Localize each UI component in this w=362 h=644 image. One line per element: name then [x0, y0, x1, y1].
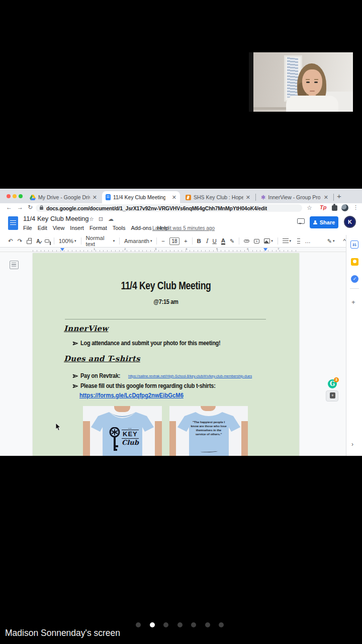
zoom-select[interactable]: 100%▾: [59, 238, 76, 244]
highlight-pen-icon[interactable]: ✎: [230, 238, 234, 245]
more-toolbar-icon[interactable]: …: [305, 238, 311, 244]
tab-my-drive[interactable]: My Drive - Google Drive ✕: [26, 191, 101, 203]
docs-canvas: 1 2 3 4 5 6 7 11/4 Key Club Meeting @7:1…: [0, 248, 346, 456]
font-select[interactable]: Amaranth▾: [124, 238, 152, 244]
address-bar[interactable]: docs.google.com/document/d/1_JsrX17v92nv…: [36, 204, 302, 212]
ruler-number: 6: [247, 248, 248, 251]
tab-shs-key-club[interactable]: SHS Key Club : Hope Clinic Th ✕: [182, 191, 254, 203]
italic-button[interactable]: I: [206, 237, 208, 245]
bookmark-star-icon[interactable]: ☆: [307, 204, 312, 211]
line-spacing-icon[interactable]: [296, 238, 300, 244]
font-size-increase[interactable]: +: [184, 238, 188, 244]
font-size-field[interactable]: 18: [169, 237, 179, 245]
bold-button[interactable]: B: [197, 238, 201, 244]
menu-addons[interactable]: Add-ons: [131, 225, 151, 231]
google-docs-logo[interactable]: [8, 216, 18, 230]
menu-edit[interactable]: Edit: [38, 225, 47, 231]
tab-title: 11/4 Key Club Meeting - Goog: [113, 194, 165, 200]
text-color-button[interactable]: A: [221, 238, 225, 245]
paint-format-icon[interactable]: [45, 239, 49, 243]
page-dot-1[interactable]: [136, 622, 141, 627]
screen-share-label: Madison Sonnenday's screen: [5, 628, 120, 638]
browser-menu-icon[interactable]: ⋮: [353, 204, 358, 211]
logo-key-text: KEY: [122, 430, 139, 439]
menu-file[interactable]: File: [23, 225, 32, 231]
google-keep-icon[interactable]: [351, 258, 358, 266]
grammarly-icon[interactable]: G 3: [328, 379, 337, 388]
right-margin-marker[interactable]: [263, 248, 267, 253]
document-outline-icon[interactable]: [10, 261, 19, 269]
reload-icon[interactable]: ↻: [28, 204, 33, 211]
https-lock-icon[interactable]: [40, 207, 43, 210]
font-size-decrease[interactable]: −: [161, 238, 165, 244]
account-avatar[interactable]: K: [344, 216, 356, 228]
indent-marker[interactable]: [60, 248, 64, 253]
bullet-revtrak: Pay on Revtrak: https://saline.revtrak.n…: [72, 372, 252, 379]
menu-format[interactable]: Format: [89, 225, 107, 231]
insert-image-button[interactable]: ▾: [264, 238, 273, 244]
print-icon[interactable]: [27, 240, 32, 244]
mac-zoom-button[interactable]: [19, 194, 23, 198]
forms-link[interactable]: https://forms.gle/LcDqfpg2nwEibGcM6: [79, 392, 184, 399]
comments-icon[interactable]: [297, 218, 305, 224]
revtrak-link[interactable]: https://saline.revtrak.net/High-School-8…: [128, 374, 252, 378]
underline-button[interactable]: U: [212, 238, 216, 244]
google-tasks-icon[interactable]: ✓: [351, 275, 358, 283]
google-calendar-icon[interactable]: 31: [350, 240, 358, 249]
insert-link-icon[interactable]: [244, 239, 249, 243]
page-dot-4[interactable]: [177, 622, 183, 627]
undo-icon[interactable]: ↶: [8, 237, 13, 245]
align-button[interactable]: ▾: [283, 238, 292, 244]
menu-tools[interactable]: Tools: [113, 225, 126, 231]
tab-close-icon[interactable]: ✕: [246, 194, 250, 201]
redo-icon[interactable]: ↷: [18, 237, 23, 245]
tab-close-icon[interactable]: ✕: [93, 194, 97, 201]
star-document-icon[interactable]: ☆: [89, 216, 94, 222]
extension-tp-icon[interactable]: Tp: [320, 204, 326, 210]
participant-eye: [314, 82, 318, 83]
tab-innerview[interactable]: ✻ InnerView - Group Profile - Ka ✕: [257, 191, 332, 203]
participant-eye: [306, 82, 310, 83]
browser-profile-avatar[interactable]: [341, 204, 348, 211]
spellcheck-icon[interactable]: A✓: [36, 238, 40, 244]
tab-separator: [333, 194, 334, 201]
insert-comment-icon[interactable]: +: [254, 239, 259, 244]
tshirt-front-image[interactable]: ▪▪▪ KEY Club: [83, 406, 162, 456]
webcam-video[interactable]: [249, 52, 353, 112]
page-dot-5[interactable]: [191, 622, 196, 627]
addon-shortcut-button[interactable]: [326, 390, 338, 401]
menu-view[interactable]: View: [53, 225, 65, 231]
extensions-puzzle-icon[interactable]: [332, 205, 337, 211]
new-tab-button[interactable]: +: [337, 192, 341, 200]
tab-close-icon[interactable]: ✕: [324, 194, 328, 201]
ruler-number: 1: [94, 248, 95, 251]
participant-hoodie: [286, 96, 338, 112]
share-button[interactable]: Share: [310, 216, 338, 228]
tab-title: InnerView - Group Profile - Ka: [268, 194, 320, 200]
last-edit-status[interactable]: Last edit was 5 minutes ago: [152, 225, 215, 231]
paragraph-style-select[interactable]: Normal text▾: [85, 235, 115, 247]
page-dot-3[interactable]: [163, 622, 168, 627]
add-addon-icon[interactable]: +: [351, 298, 355, 306]
participant-mouth: [310, 91, 315, 92]
tshirt-back-image[interactable]: "The happiest people I know are those wh…: [169, 406, 248, 456]
cloud-status-icon[interactable]: ☁: [108, 216, 114, 222]
back-icon[interactable]: ←: [6, 204, 12, 211]
menu-insert[interactable]: Insert: [70, 225, 84, 231]
google-drive-icon: [30, 195, 36, 200]
move-folder-icon[interactable]: ⊡: [99, 216, 103, 222]
mac-minimize-button[interactable]: [13, 194, 17, 198]
page-dot-6[interactable]: [205, 622, 210, 627]
tab-close-icon[interactable]: ✕: [172, 194, 176, 201]
document-title[interactable]: 11/4 Key Club Meeting: [23, 215, 89, 222]
editing-mode-button[interactable]: ✎▾: [327, 238, 335, 245]
ruler[interactable]: 1 2 3 4 5 6 7: [0, 248, 346, 252]
forward-icon[interactable]: →: [17, 204, 23, 211]
collapse-panel-chevron-icon[interactable]: ›: [351, 441, 353, 448]
mac-close-button[interactable]: [7, 194, 11, 198]
document-page[interactable]: 11/4 Key Club Meeting @7:15 am InnerView…: [33, 253, 299, 456]
page-dot-2-active[interactable]: [150, 622, 155, 627]
tab-key-club-meeting[interactable]: 11/4 Key Club Meeting - Goog ✕: [102, 191, 180, 203]
page-dot-7[interactable]: [219, 622, 224, 627]
toolbar-separator: [119, 237, 120, 245]
